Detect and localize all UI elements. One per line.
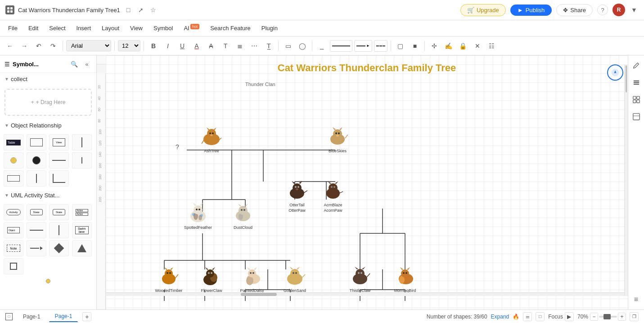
menu-edit[interactable]: Edit xyxy=(24,23,43,33)
uml-symbol-3[interactable]: State xyxy=(49,204,69,220)
align-button[interactable]: ≣ xyxy=(234,40,246,52)
help-icon[interactable]: ? xyxy=(597,5,608,15)
menu-search-feature[interactable]: Search Feature xyxy=(206,23,255,33)
node-acornblaze[interactable]: AcrnBlazeAcornPaw xyxy=(315,179,351,213)
archer-icon[interactable] xyxy=(607,64,623,81)
rp-panel-icon[interactable] xyxy=(630,110,643,123)
uml-symbol-10[interactable] xyxy=(27,240,46,256)
node-morningbird[interactable]: MorningBird xyxy=(387,265,423,294)
copy-format-button[interactable]: ✍ xyxy=(442,40,455,52)
lock-button[interactable]: ■ xyxy=(409,40,421,52)
undo2-button[interactable]: ↶ xyxy=(32,40,45,52)
or-symbol-10[interactable] xyxy=(27,170,46,187)
node-flowerclaw[interactable]: FlowerClaw xyxy=(194,265,230,294)
uml-symbol-2[interactable]: State xyxy=(27,204,46,220)
lock2-button[interactable]: 🔒 xyxy=(457,40,469,52)
redo2-button[interactable]: ↷ xyxy=(47,40,59,52)
rp-grid-icon[interactable] xyxy=(630,93,643,106)
section-object-relationship[interactable]: ▼ Object Relationship xyxy=(0,119,96,132)
redo-button[interactable]: → xyxy=(18,40,31,52)
section-collect[interactable]: ▼ collect xyxy=(0,73,96,85)
add-page-button[interactable]: + xyxy=(82,312,91,321)
or-symbol-5[interactable] xyxy=(4,152,23,168)
font-family-select[interactable]: Arial xyxy=(66,40,111,51)
canvas-inner[interactable]: Cat Warriors Thunderclan Family Tree Thu… xyxy=(106,64,628,309)
share-button[interactable]: ✥ Share xyxy=(556,4,593,16)
node-ashtree[interactable]: AshTree xyxy=(194,125,230,154)
connection-button[interactable]: ⎯ xyxy=(315,40,328,52)
text-fmt-button[interactable]: T̲ xyxy=(262,40,275,52)
uml-symbol-1[interactable]: Activity xyxy=(4,204,23,220)
page-tab-inactive[interactable]: Page-1 xyxy=(17,311,46,322)
scrollbar-thumb[interactable] xyxy=(626,65,627,92)
uml-symbol-12[interactable] xyxy=(72,240,92,256)
format-button[interactable]: ✢ xyxy=(428,40,441,52)
italic-button[interactable]: I xyxy=(162,40,174,52)
more-button[interactable]: ✕ xyxy=(471,40,484,52)
shape-button[interactable]: ▭ xyxy=(282,40,294,52)
node-painteddaisy[interactable]: PaintedDaisy xyxy=(234,265,270,294)
section-uml-activity[interactable]: ▼ UML Activity Stat... xyxy=(0,189,96,201)
uml-symbol-9[interactable]: Note xyxy=(4,240,23,256)
or-symbol-9[interactable] xyxy=(4,170,23,187)
h-scrollbar-thumb[interactable] xyxy=(241,293,277,296)
zoom-slider[interactable] xyxy=(599,316,617,318)
node-ottertail[interactable]: OtterTailOtterPaw xyxy=(279,179,315,213)
star-icon[interactable]: ☆ xyxy=(149,5,158,14)
uml-symbol-13[interactable] xyxy=(4,258,23,274)
uml-symbol-8[interactable]: Swim lane xyxy=(72,222,92,238)
uml-symbol-5[interactable]: Object xyxy=(4,222,23,238)
text-color-button[interactable]: A xyxy=(190,40,203,52)
or-symbol-6[interactable] xyxy=(27,152,46,168)
menu-ai[interactable]: AIhot xyxy=(179,23,204,33)
valign-button[interactable]: ⋯ xyxy=(248,40,261,52)
node-goldensand[interactable]: GoldenSand xyxy=(277,265,313,294)
or-symbol-3[interactable]: View xyxy=(49,134,69,150)
rp-pen-icon[interactable] xyxy=(630,59,643,72)
upgrade-button[interactable]: 🛒 Upgrade xyxy=(460,4,506,16)
sidebar-search-icon[interactable]: 🔍 xyxy=(69,59,79,69)
underline-button[interactable]: U xyxy=(176,40,189,52)
or-symbol-11[interactable] xyxy=(49,170,69,187)
uml-symbol-11[interactable] xyxy=(49,240,69,256)
menu-view[interactable]: View xyxy=(126,23,147,33)
layers-button[interactable]: ⚌ xyxy=(523,312,532,321)
strikethrough-button[interactable]: A xyxy=(205,40,217,52)
node-spottedfeather[interactable]: SpottedFeather xyxy=(180,202,216,231)
table-button[interactable]: ☷ xyxy=(486,40,498,52)
menu-select[interactable]: Select xyxy=(45,23,70,33)
or-symbol-1[interactable]: Table xyxy=(4,134,23,150)
menu-insert[interactable]: Insert xyxy=(72,23,96,33)
external-link-icon[interactable]: ➚ xyxy=(136,5,145,14)
zoom-in-button[interactable]: + xyxy=(618,313,626,321)
menu-layout[interactable]: Layout xyxy=(97,23,124,33)
font-size-select[interactable]: 12 xyxy=(118,40,140,51)
node-blueskies[interactable]: BlueSkies xyxy=(320,125,356,154)
rp-layers-icon[interactable] xyxy=(630,76,643,89)
expand-link[interactable]: Expand xyxy=(491,314,509,320)
shape2-button[interactable]: ◯ xyxy=(296,40,309,52)
menu-symbol[interactable]: Symbol xyxy=(149,23,177,33)
bold-button[interactable]: B xyxy=(147,40,160,52)
menu-plugin[interactable]: Plugin xyxy=(257,23,282,33)
zoom-out-button[interactable]: − xyxy=(590,313,598,321)
menu-file[interactable]: File xyxy=(4,23,22,33)
account-dropdown-icon[interactable]: ▼ xyxy=(630,5,639,14)
horizontal-scrollbar[interactable] xyxy=(106,292,624,296)
avatar[interactable]: R xyxy=(612,4,625,16)
focus-frame-button[interactable]: □ xyxy=(536,312,545,321)
undo-button[interactable]: ← xyxy=(4,40,16,52)
minimize-icon[interactable]: □ xyxy=(124,5,133,14)
fullscreen-button[interactable]: ❐ xyxy=(630,312,639,321)
group-button[interactable]: ▢ xyxy=(394,40,407,52)
node-woodedtimber[interactable]: WoodedTimber xyxy=(151,265,187,294)
vertical-scrollbar[interactable] xyxy=(624,64,628,296)
sidebar-collapse-icon[interactable]: « xyxy=(82,59,92,69)
uml-symbol-6[interactable] xyxy=(27,222,46,238)
or-symbol-8[interactable] xyxy=(72,152,92,168)
uml-symbol-7[interactable] xyxy=(49,222,69,238)
drag-here-area[interactable]: + + Drag Here xyxy=(5,89,92,116)
node-thistleclaw[interactable]: ThistleClaw xyxy=(342,265,378,294)
rp-collapse-icon[interactable]: ≡ xyxy=(630,293,643,306)
page-tab-active[interactable]: Page-1 xyxy=(49,311,78,322)
